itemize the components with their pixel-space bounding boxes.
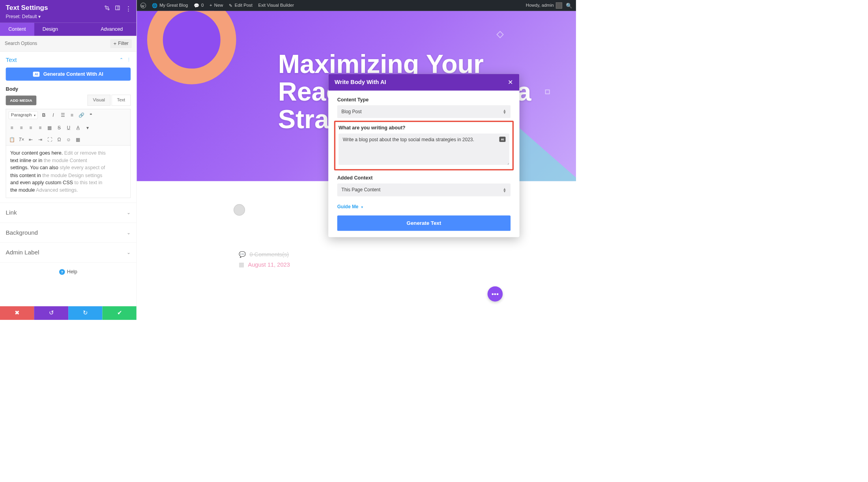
svg-rect-0 <box>106 7 108 9</box>
comments-link[interactable]: 💬0 <box>194 3 204 8</box>
section-more-icon[interactable]: ⋮ <box>127 57 131 62</box>
ai-badge-icon: AI <box>33 71 40 77</box>
wp-logo-icon[interactable] <box>140 3 146 9</box>
link-icon[interactable]: 🔗 <box>78 112 85 118</box>
comment-icon: 💬 <box>194 3 199 8</box>
toolbar-toggle-icon[interactable]: ▦ <box>75 136 81 143</box>
undo-button[interactable]: ↺ <box>34 306 68 320</box>
panel-layout-icon[interactable] <box>115 5 120 10</box>
decorative-circle <box>147 11 236 84</box>
chevron-down-icon: ⌄ <box>127 210 131 216</box>
prompt-highlight: What are you writing about? AI <box>334 121 514 170</box>
comments-count[interactable]: 0 Comments(s) <box>249 251 289 258</box>
section-text: Text ⌃⋮ AI Generate Content With AI Body… <box>0 52 137 203</box>
settings-sidebar: Text Settings ⋮ Preset: Default ▾ Conten… <box>0 0 137 320</box>
align-justify-icon[interactable]: ≡ <box>37 124 44 131</box>
help-link[interactable]: ?Help <box>0 263 137 281</box>
caret-down-icon: ▼ <box>361 205 364 209</box>
search-row: +Filter <box>0 36 137 52</box>
updown-icon: ▲▼ <box>503 188 506 192</box>
expand-icon[interactable] <box>105 5 110 10</box>
bullet-list-icon[interactable]: ☰ <box>59 112 66 118</box>
paragraph-selector[interactable]: Paragraph▾ <box>9 111 38 119</box>
strikethrough-icon[interactable]: S <box>56 124 62 131</box>
updown-icon: ▲▼ <box>503 109 506 114</box>
editor-toolbar: Paragraph▾ B I ☰ ≡ 🔗 ❝ ≡ ≡ ≡ ≡ ▦ S U A ▾… <box>6 109 131 145</box>
chevron-down-icon: ⌄ <box>127 250 131 256</box>
redo-button[interactable]: ↻ <box>68 306 102 320</box>
tab-design[interactable]: Design <box>34 23 67 36</box>
settings-tabs: Content Design Advanced <box>0 23 137 36</box>
modal-title: Write Body With AI <box>335 79 386 86</box>
clear-format-icon[interactable]: T× <box>18 136 25 143</box>
prompt-textarea[interactable] <box>339 133 509 165</box>
bold-icon[interactable]: B <box>40 112 47 118</box>
settings-title: Text Settings <box>6 4 48 12</box>
tab-advanced[interactable]: Advanced <box>92 23 131 36</box>
align-right-icon[interactable]: ≡ <box>28 124 34 131</box>
section-background[interactable]: Background ⌄ <box>0 223 137 243</box>
editor-tab-visual[interactable]: Visual <box>88 95 110 106</box>
filter-button[interactable]: +Filter <box>110 39 132 48</box>
underline-icon[interactable]: U <box>65 124 72 131</box>
paste-icon[interactable]: 📋 <box>9 136 15 143</box>
body-editor[interactable]: Your content goes here. Edit or remove t… <box>6 145 131 198</box>
ai-badge-icon[interactable]: AI <box>499 136 505 142</box>
wp-admin-bar: 🌐My Great Blog 💬0 +New ✎Edit Post Exit V… <box>137 0 576 11</box>
collapse-icon[interactable]: ⌃ <box>120 57 123 62</box>
ai-modal: Write Body With AI ✕ Content Type Blog P… <box>328 74 519 237</box>
calendar-icon: ▦ <box>239 261 244 268</box>
comment-icon: 💬 <box>239 251 246 258</box>
exit-builder-link[interactable]: Exit Visual Builder <box>258 3 294 8</box>
cancel-button[interactable]: ✖ <box>0 306 34 320</box>
pencil-icon: ✎ <box>229 3 232 8</box>
decorative-shape <box>496 31 504 38</box>
user-greeting[interactable]: Howdy, admin <box>526 2 562 9</box>
new-link[interactable]: +New <box>210 3 223 8</box>
tab-content[interactable]: Content <box>0 23 34 36</box>
author-avatar <box>234 204 245 216</box>
content-type-label: Content Type <box>337 97 511 103</box>
context-select[interactable]: This Page Content ▲▼ <box>337 183 511 196</box>
search-icon[interactable]: 🔍 <box>566 2 572 9</box>
builder-fab-button[interactable]: ••• <box>488 286 503 301</box>
body-label: Body <box>6 86 131 92</box>
preset-selector[interactable]: Preset: Default ▾ <box>6 14 131 20</box>
editor-tab-text[interactable]: Text <box>112 95 131 106</box>
section-link[interactable]: Link ⌄ <box>0 203 137 222</box>
emoji-icon[interactable]: ☺ <box>65 136 72 143</box>
outdent-icon[interactable]: ⇤ <box>28 136 34 143</box>
prompt-label: What are you writing about? <box>339 125 509 131</box>
site-link[interactable]: 🌐My Great Blog <box>152 3 188 8</box>
indent-icon[interactable]: ⇥ <box>37 136 44 143</box>
post-date: August 11, 2023 <box>248 261 290 268</box>
more-toolbar-icon[interactable]: ▾ <box>84 124 91 131</box>
svg-rect-1 <box>116 6 120 10</box>
generate-ai-button[interactable]: AI Generate Content With AI <box>6 67 131 80</box>
globe-icon: 🌐 <box>152 3 157 8</box>
align-center-icon[interactable]: ≡ <box>18 124 25 131</box>
content-type-select[interactable]: Blog Post ▲▼ <box>337 105 511 118</box>
section-text-header[interactable]: Text ⌃⋮ <box>6 56 131 64</box>
edit-post-link[interactable]: ✎Edit Post <box>229 3 253 8</box>
number-list-icon[interactable]: ≡ <box>69 112 75 118</box>
page-canvas: 🌐My Great Blog 💬0 +New ✎Edit Post Exit V… <box>137 0 576 320</box>
search-input[interactable] <box>5 41 110 47</box>
special-char-icon[interactable]: Ω <box>56 136 62 143</box>
generate-text-button[interactable]: Generate Text <box>337 215 511 231</box>
quote-icon[interactable]: ❝ <box>88 112 94 118</box>
fullscreen-icon[interactable]: ⛶ <box>46 136 53 143</box>
modal-header: Write Body With AI ✕ <box>328 74 519 90</box>
section-admin-label[interactable]: Admin Label ⌄ <box>0 243 137 262</box>
add-media-button[interactable]: ADD MEDIA <box>6 95 37 105</box>
close-icon[interactable]: ✕ <box>508 78 513 86</box>
guide-me-link[interactable]: Guide Me▼ <box>337 204 364 210</box>
table-icon[interactable]: ▦ <box>46 124 53 131</box>
plus-icon: + <box>210 3 212 8</box>
sidebar-header: Text Settings ⋮ Preset: Default ▾ <box>0 0 137 23</box>
text-color-icon[interactable]: A <box>75 124 81 131</box>
align-left-icon[interactable]: ≡ <box>9 124 15 131</box>
italic-icon[interactable]: I <box>50 112 56 118</box>
save-button[interactable]: ✔ <box>102 306 136 320</box>
more-icon[interactable]: ⋮ <box>125 5 131 10</box>
